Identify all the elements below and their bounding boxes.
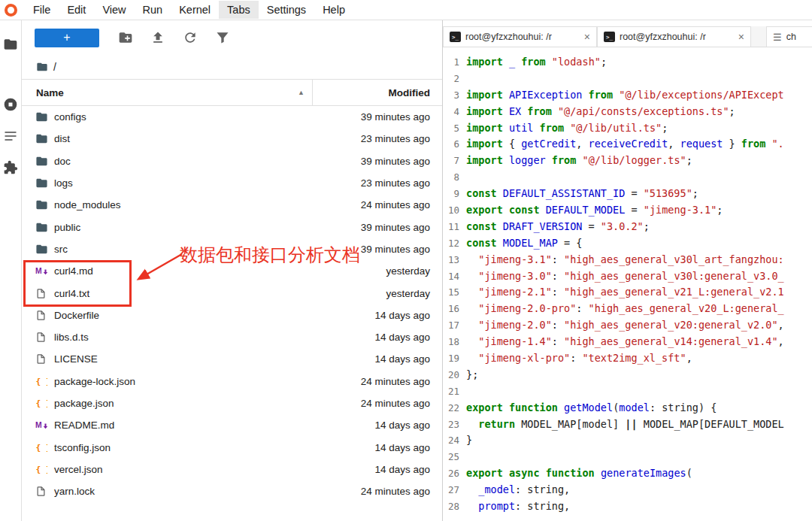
file-row-curl4.md[interactable]: Mcurl4.mdyesterday xyxy=(22,260,442,282)
file-name: dist xyxy=(54,133,70,144)
file-modified: 39 minutes ago xyxy=(361,111,442,123)
running-sessions-icon[interactable] xyxy=(3,97,18,112)
line-number: 13 xyxy=(443,252,466,268)
file-modified: 24 minutes ago xyxy=(361,486,442,497)
json-file-icon: { } xyxy=(35,398,49,409)
breadcrumb-path: / xyxy=(53,61,56,73)
code-line-23: 23 return MODEL_MAP[model] || MODEL_MAP[… xyxy=(443,416,812,433)
file-row-logs[interactable]: logs23 minutes ago xyxy=(22,172,442,194)
file-modified: 14 days ago xyxy=(374,353,442,365)
activity-bar xyxy=(0,20,22,521)
code-line-17: 17 "jimeng-2.0": "high_aes_general_v20:g… xyxy=(443,317,812,334)
file-row-libs.d.ts[interactable]: libs.d.ts14 days ago xyxy=(22,326,442,348)
file-modified: 14 days ago xyxy=(374,464,442,475)
file-row-vercel.json[interactable]: { }vercel.json14 days ago xyxy=(22,459,442,480)
menu-item-help[interactable]: Help xyxy=(314,1,353,19)
svg-text:{ }: { } xyxy=(36,443,48,453)
menu-item-edit[interactable]: Edit xyxy=(59,1,94,19)
upload-icon[interactable] xyxy=(150,30,165,45)
code-text: "jimeng-3.0": "high_aes_general_v30l:gen… xyxy=(466,268,784,285)
menu-item-tabs[interactable]: Tabs xyxy=(219,1,259,19)
file-row-configs[interactable]: configs39 minutes ago xyxy=(22,106,442,128)
folder-file-icon xyxy=(35,155,49,168)
file-name: vercel.json xyxy=(54,464,103,475)
line-number: 19 xyxy=(443,350,466,367)
file-row-yarn.lock[interactable]: yarn.lock24 minutes ago xyxy=(22,480,442,502)
code-text: import APIException from "@/lib/exceptio… xyxy=(466,87,784,104)
breadcrumb[interactable]: / xyxy=(22,55,442,79)
file-name: configs xyxy=(54,111,86,123)
file-row-dist[interactable]: dist23 minutes ago xyxy=(22,128,442,150)
code-line-28: 28 prompt: string, xyxy=(443,498,812,515)
code-line-16: 16 "jimeng-2.0-pro": "high_aes_general_v… xyxy=(443,301,812,317)
line-number: 21 xyxy=(443,383,466,400)
file-row-node_modules[interactable]: node_modules24 minutes ago xyxy=(22,194,442,216)
close-icon[interactable]: × xyxy=(738,32,744,42)
code-line-27: 27 _model: string, xyxy=(443,482,812,498)
file-row-package-lock.json[interactable]: { }package-lock.json24 minutes ago xyxy=(22,371,442,392)
file-name: yarn.lock xyxy=(54,486,95,497)
column-header-name[interactable]: Name xyxy=(22,87,64,98)
file-name: public xyxy=(54,222,80,233)
file-modified: 39 minutes ago xyxy=(361,156,442,167)
menu-item-file[interactable]: File xyxy=(25,1,59,19)
file-row-tsconfig.json[interactable]: { }tsconfig.json14 days ago xyxy=(22,436,442,458)
markdown-file-icon: M xyxy=(35,420,49,431)
extensions-icon[interactable] xyxy=(3,160,18,175)
code-line-2: 2 xyxy=(443,71,812,87)
folder-file-icon xyxy=(35,177,49,189)
code-text: _model: string, xyxy=(466,482,570,498)
code-line-26: 26export async function generateImages( xyxy=(443,465,812,482)
code-line-19: 19 "jimeng-xl-pro": "text2img_xl_sft", xyxy=(443,350,812,367)
svg-text:{ }: { } xyxy=(36,398,48,408)
editor-tab-3[interactable]: ☰ch xyxy=(766,26,812,47)
new-folder-icon[interactable] xyxy=(118,30,133,45)
menu-item-kernel[interactable]: Kernel xyxy=(171,1,219,19)
home-folder-icon[interactable] xyxy=(36,61,48,73)
main-area: + / Name ▲ Modified co xyxy=(0,20,812,521)
close-icon[interactable]: × xyxy=(584,32,590,42)
file-name: logs xyxy=(54,177,73,189)
file-file-icon xyxy=(35,310,49,321)
file-name: README.md xyxy=(54,420,114,431)
new-launcher-button[interactable]: + xyxy=(35,29,99,47)
editor-tab-2[interactable]: >_root@yfzxzhouhui: /r× xyxy=(597,26,751,47)
line-number: 23 xyxy=(443,416,466,433)
line-number: 18 xyxy=(443,334,466,350)
refresh-icon[interactable] xyxy=(183,30,198,45)
sort-ascending-icon[interactable]: ▲ xyxy=(298,89,304,96)
file-row-LICENSE[interactable]: LICENSE14 days ago xyxy=(22,348,442,370)
code-editor[interactable]: 1import _ from "lodash";23import APIExce… xyxy=(443,47,812,521)
menu-item-settings[interactable]: Settings xyxy=(259,1,314,19)
folder-icon[interactable] xyxy=(3,37,18,52)
file-icon: ☰ xyxy=(773,32,782,43)
column-header-modified[interactable]: Modified xyxy=(313,87,442,98)
file-row-Dockerfile[interactable]: Dockerfile14 days ago xyxy=(22,304,442,326)
file-modified: 14 days ago xyxy=(374,442,442,453)
menu-items: FileEditViewRunKernelTabsSettingsHelp xyxy=(25,0,353,20)
file-row-src[interactable]: src39 minutes ago xyxy=(22,238,442,260)
editor-tab-1[interactable]: >_root@yfzxzhouhui: /r× xyxy=(443,26,597,47)
code-text: } xyxy=(466,432,472,449)
menu-item-view[interactable]: View xyxy=(94,1,134,19)
file-name: package.json xyxy=(54,398,114,409)
file-row-curl4.txt[interactable]: curl4.txtyesterday xyxy=(22,282,442,304)
file-row-doc[interactable]: doc39 minutes ago xyxy=(22,150,442,172)
filter-icon[interactable] xyxy=(215,30,230,45)
line-number: 12 xyxy=(443,235,466,252)
svg-text:{ }: { } xyxy=(36,377,48,386)
code-line-7: 7import logger from "@/lib/logger.ts"; xyxy=(443,153,812,169)
file-modified: 14 days ago xyxy=(374,332,442,343)
code-line-21: 21 xyxy=(443,383,812,400)
editor-panel: >_root@yfzxzhouhui: /r×>_root@yfzxzhouhu… xyxy=(443,20,812,521)
file-row-README.md[interactable]: MREADME.md14 days ago xyxy=(22,414,442,436)
code-text: }; xyxy=(466,367,478,383)
menu-item-run[interactable]: Run xyxy=(135,1,171,19)
file-row-package.json[interactable]: { }package.json24 minutes ago xyxy=(22,392,442,414)
code-line-24: 24} xyxy=(443,432,812,449)
file-row-public[interactable]: public39 minutes ago xyxy=(22,216,442,238)
code-text: "jimeng-3.1": "high_aes_general_v30l_art… xyxy=(466,252,784,268)
table-of-contents-icon[interactable] xyxy=(3,129,18,144)
file-modified: 24 minutes ago xyxy=(361,376,442,387)
file-file-icon xyxy=(35,353,49,365)
